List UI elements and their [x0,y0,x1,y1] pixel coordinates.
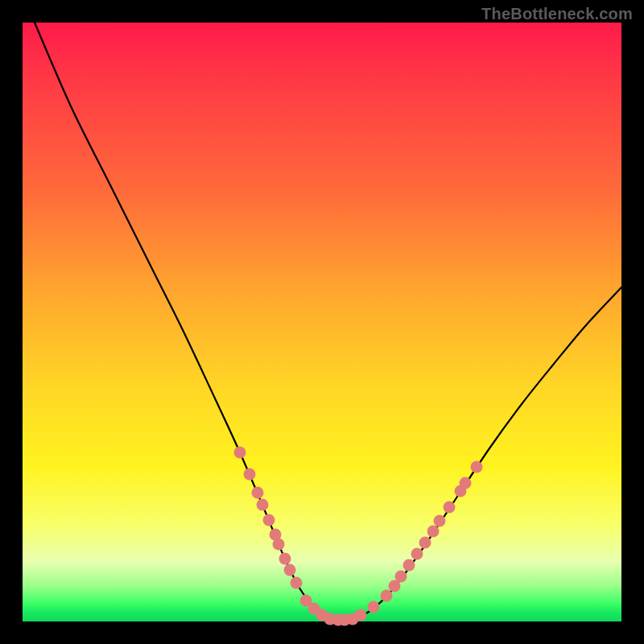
marker-dot [284,564,296,576]
marker-dot [434,515,446,527]
marker-dot [234,447,246,459]
watermark-text: TheBottleneck.com [481,5,633,23]
chart-svg [23,23,621,621]
marker-dot [279,553,291,565]
bottleneck-curve [35,23,621,621]
marker-dot [263,514,275,526]
marker-dot [368,601,380,613]
marker-dot [427,526,440,538]
marker-dot [419,537,431,549]
marker-dot [471,461,483,473]
chart-frame: TheBottleneck.com [0,0,644,644]
marker-dot [460,477,472,489]
marker-dot [403,559,415,572]
marker-dot [291,577,303,589]
marker-dot [381,590,393,602]
marker-dot [273,539,285,551]
marker-cluster [234,447,483,626]
marker-dot [252,487,264,499]
plot-area [23,23,621,621]
marker-dot [444,502,456,514]
marker-dot [395,571,407,583]
marker-dot [411,548,423,560]
marker-dot [244,469,256,481]
marker-dot [355,609,367,621]
marker-dot [257,499,269,511]
